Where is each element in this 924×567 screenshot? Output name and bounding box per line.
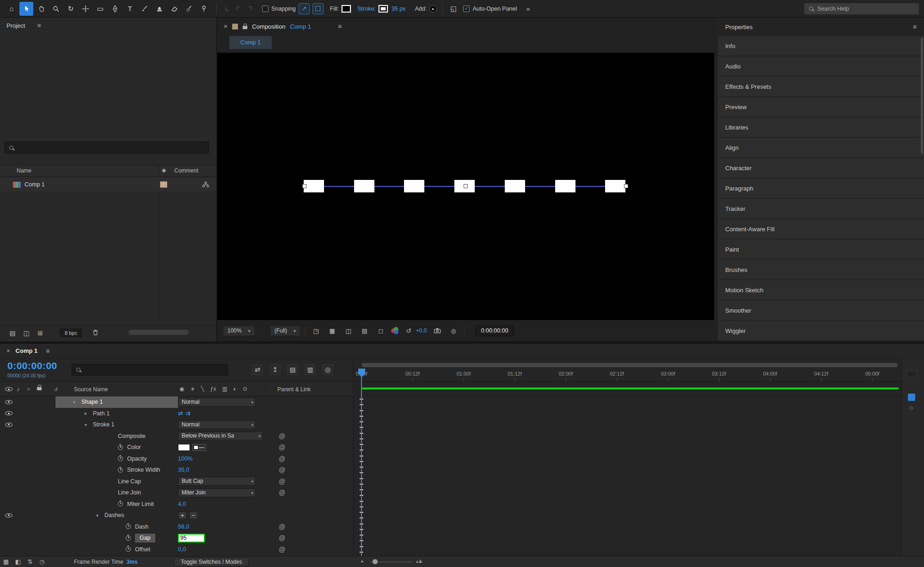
timeline-row-gap[interactable]: Gap@: [0, 532, 353, 544]
timeline-search-input[interactable]: [84, 367, 223, 373]
comp-marker-bin[interactable]: [906, 370, 917, 377]
properties-item-preview[interactable]: Preview: [718, 97, 924, 117]
fill-swatch[interactable]: [342, 5, 351, 12]
magnification-dropdown[interactable]: 100%▾: [223, 326, 255, 336]
color-swatch[interactable]: [178, 444, 190, 451]
row-label[interactable]: Color: [127, 444, 141, 450]
new-composition-icon[interactable]: ⊞: [33, 329, 47, 337]
composition-canvas[interactable]: [217, 53, 714, 320]
path-vertex-handle-middle[interactable]: [464, 184, 468, 188]
row-label[interactable]: Miter Limit: [127, 501, 154, 507]
line-join-dropdown[interactable]: Miter Join▾: [178, 488, 256, 497]
snapshot-camera-icon[interactable]: [432, 326, 443, 335]
timeline-zoom-knob[interactable]: [373, 559, 378, 564]
properties-item-align[interactable]: Align: [718, 138, 924, 157]
time-ruler[interactable]: 0:00f00:12f01:00f01:12f02:00f02:12f03:00…: [354, 358, 901, 382]
zoom-mountains-icon[interactable]: ▲▲: [415, 557, 423, 564]
offset-value[interactable]: 0,0: [178, 546, 186, 553]
panel-menu-icon[interactable]: ≡: [338, 23, 342, 30]
toggle-layer-switches-icon[interactable]: ▦: [0, 558, 12, 565]
add-property-button[interactable]: ▸: [429, 5, 437, 12]
comment-column-header[interactable]: Comment: [174, 167, 198, 174]
properties-item-wiggler[interactable]: Wiggler: [718, 321, 924, 340]
project-item-name[interactable]: Comp 1: [24, 181, 45, 188]
mask-visibility-icon[interactable]: ◫: [343, 326, 354, 335]
line-cap-dropdown[interactable]: Butt Cap▾: [178, 477, 256, 486]
twirl-icon[interactable]: ▾: [96, 513, 101, 518]
selection-tool[interactable]: [19, 2, 33, 16]
gap-edit-input[interactable]: [178, 534, 205, 542]
render-time-icon[interactable]: ◷: [36, 558, 48, 565]
brush-tool[interactable]: [138, 2, 152, 16]
timeline-row-composite[interactable]: CompositeBelow Previous in Sa▾@: [0, 431, 353, 442]
row-label[interactable]: Path 1: [93, 410, 110, 417]
stroke-1-dropdown[interactable]: Normal▾: [178, 420, 256, 429]
pickwhip-icon[interactable]: @: [279, 546, 285, 553]
visibility-eye-icon[interactable]: [5, 411, 12, 415]
eraser-tool[interactable]: [167, 2, 181, 16]
project-search-box[interactable]: [5, 142, 209, 154]
properties-item-motion-sketch[interactable]: Motion Sketch: [718, 280, 924, 300]
path-vertex-handle-right[interactable]: [624, 184, 628, 188]
shy-switch-icon[interactable]: ◉: [179, 386, 184, 392]
pickwhip-icon[interactable]: @: [279, 478, 285, 485]
row-label[interactable]: Composite: [118, 433, 146, 439]
pickwhip-icon[interactable]: @: [279, 523, 285, 530]
region-of-interest-icon[interactable]: ◳: [310, 326, 322, 335]
orbit-camera-tool[interactable]: ↻: [64, 2, 78, 16]
stopwatch-icon[interactable]: [118, 501, 123, 506]
pickwhip-icon[interactable]: @: [279, 455, 285, 462]
exposure-value[interactable]: +0,0: [416, 327, 427, 334]
project-bit-depth[interactable]: 8 bpc: [60, 329, 82, 337]
snapping-checkbox-box[interactable]: [262, 6, 269, 12]
roto-brush-tool[interactable]: [182, 2, 196, 16]
home-tool[interactable]: ⌂: [5, 2, 18, 16]
pickwhip-icon[interactable]: @: [279, 534, 285, 542]
stroke-label[interactable]: Stroke:: [357, 6, 376, 12]
properties-item-libraries[interactable]: Libraries: [718, 117, 924, 137]
label-column-icon[interactable]: ◆: [162, 167, 166, 173]
path-mask-icon[interactable]: ⇉: [185, 410, 190, 417]
properties-item-effects-presets[interactable]: Effects & Presets: [718, 77, 924, 96]
pen-tool[interactable]: [108, 2, 122, 16]
properties-item-info[interactable]: Info: [718, 36, 924, 55]
row-label[interactable]: Dashes: [104, 512, 124, 518]
layer-number-column-header[interactable]: #: [55, 386, 58, 393]
stroke-swatch[interactable]: [379, 5, 388, 12]
panel-menu-icon[interactable]: ≡: [913, 23, 917, 31]
properties-item-smoother[interactable]: Smoother: [718, 301, 924, 320]
row-label[interactable]: Stroke Width: [127, 467, 160, 473]
twirl-icon[interactable]: ▸: [85, 411, 89, 416]
properties-item-audio[interactable]: Audio: [718, 56, 924, 76]
type-tool[interactable]: T: [123, 2, 137, 16]
stopwatch-icon[interactable]: [126, 524, 131, 529]
close-panel-icon[interactable]: ×: [6, 347, 10, 354]
frame-blending-icon[interactable]: ▥: [305, 364, 316, 375]
preview-time-display[interactable]: 0:00:00:00: [476, 326, 514, 336]
draft-3d-icon[interactable]: ↥: [269, 364, 281, 375]
visibility-eye-icon[interactable]: [5, 400, 12, 404]
timeline-row-stroke-width[interactable]: Stroke Width35,0@: [0, 464, 353, 476]
hand-tool[interactable]: [34, 2, 48, 16]
row-label[interactable]: Line Join: [118, 489, 141, 496]
project-search-input[interactable]: [16, 144, 204, 151]
properties-item-character[interactable]: Character: [718, 158, 924, 178]
visibility-eye-icon[interactable]: [5, 423, 12, 427]
delete-trash-icon[interactable]: [92, 329, 99, 337]
timeline-row-stroke-1[interactable]: ▾Stroke 1Normal▾: [0, 419, 353, 431]
motion-blur-icon[interactable]: ◎: [322, 364, 333, 375]
timeline-row-path-1[interactable]: ▸Path 1⇄⇉: [0, 408, 353, 419]
pickwhip-icon[interactable]: @: [279, 432, 285, 440]
properties-item-brushes[interactable]: Brushes: [718, 260, 924, 279]
channel-icon[interactable]: [391, 327, 401, 334]
3d-switch-icon[interactable]: ⊙: [243, 386, 247, 392]
pickwhip-icon[interactable]: @: [279, 489, 285, 496]
add-dash-button[interactable]: +: [178, 512, 187, 519]
pickwhip-icon[interactable]: @: [279, 466, 285, 474]
row-label[interactable]: Line Cap: [118, 478, 141, 485]
timeline-row-shape-1[interactable]: ▾Shape 1Normal▾: [0, 396, 353, 408]
audio-column-icon[interactable]: ♪: [17, 386, 20, 393]
properties-item-paint[interactable]: Paint: [718, 240, 924, 259]
video-column-icon[interactable]: [5, 387, 12, 391]
flowchart-icon[interactable]: [202, 182, 209, 189]
